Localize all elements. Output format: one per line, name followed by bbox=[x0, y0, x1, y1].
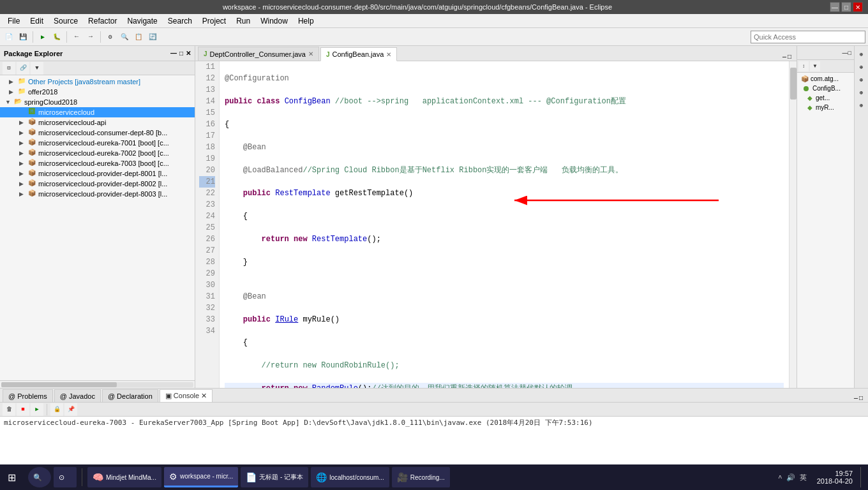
toolbar-new[interactable]: 📄 bbox=[3, 31, 15, 43]
quick-access-input[interactable] bbox=[751, 31, 865, 43]
toolbar-forward[interactable]: → bbox=[84, 31, 97, 43]
taskbar-mindjet[interactable]: 🧠 Mindjet MindMa... bbox=[87, 467, 161, 487]
outline-filter-btn[interactable]: ▼ bbox=[810, 61, 820, 71]
tree-arrow: ▶ bbox=[9, 78, 17, 85]
tab-maximize-btn[interactable]: □ bbox=[788, 54, 791, 61]
menu-item-search[interactable]: Search bbox=[163, 15, 197, 27]
taskbar-chrome[interactable]: 🌐 localhost/consum... bbox=[311, 467, 389, 487]
menu-item-navigate[interactable]: Navigate bbox=[122, 15, 162, 27]
menu-item-source[interactable]: Source bbox=[49, 15, 83, 27]
toolbar-btn1[interactable]: ⚙ bbox=[104, 31, 117, 43]
taskbar-search-btn[interactable]: 🔍 bbox=[28, 467, 51, 487]
editor-vscroll[interactable] bbox=[789, 61, 797, 388]
java-file-icon-active: J bbox=[326, 51, 330, 58]
console-rerun-btn[interactable]: ▶ bbox=[31, 403, 43, 416]
tab-minimize-btn[interactable]: — bbox=[782, 54, 786, 61]
menu-item-help[interactable]: Help bbox=[293, 15, 319, 27]
menu-item-refactor[interactable]: Refactor bbox=[83, 15, 122, 27]
tree-label: springCloud2018 bbox=[24, 98, 77, 106]
console-pin[interactable]: 📌 bbox=[64, 403, 77, 416]
code-lines[interactable]: @Configuration public class ConfigBean /… bbox=[220, 61, 789, 388]
outline-minimize[interactable]: — bbox=[842, 50, 848, 56]
pe-scrollbar[interactable] bbox=[0, 380, 195, 388]
toolbar-save[interactable]: 💾 bbox=[17, 31, 29, 43]
outline-toolbar: ↕ ▼ bbox=[797, 60, 854, 73]
tree-item-eureka-7001[interactable]: ▶ 📦 microservicecloud-eureka-7001 [boot]… bbox=[0, 138, 195, 148]
tree-item-eureka-7003[interactable]: ▶ 📦 microservicecloud-eureka-7003 [boot]… bbox=[0, 158, 195, 168]
tree-item-consumer-80[interactable]: ▶ 📦 microservicecloud-consumer-dept-80 [… bbox=[0, 128, 195, 138]
menu-item-project[interactable]: Project bbox=[197, 15, 231, 27]
tree-item-provider-8001[interactable]: ▶ 📦 microservicecloud-provider-dept-8001… bbox=[0, 168, 195, 179]
menu-item-edit[interactable]: Edit bbox=[25, 15, 49, 27]
tray-icons[interactable]: ^ 🔊 英 bbox=[778, 473, 807, 482]
taskbar-clock[interactable]: 19:57 2018-04-20 bbox=[812, 470, 858, 485]
tree-item-api[interactable]: ▶ 📦 microservicecloud-api bbox=[0, 117, 195, 128]
tab-javadoc[interactable]: @ Javadoc bbox=[54, 389, 101, 402]
menu-item-file[interactable]: File bbox=[3, 15, 25, 27]
console-maximize[interactable]: □ bbox=[859, 395, 863, 402]
outline-item-method-myrule[interactable]: ◆ myR... bbox=[797, 103, 854, 112]
code-line-16: public RestTemplate getRestTemplate() bbox=[225, 188, 784, 199]
tree-item-microservicecloud[interactable]: 🅼 microservicecloud bbox=[0, 107, 195, 117]
right-btn3[interactable]: ⊕ bbox=[856, 74, 867, 85]
show-desktop-btn[interactable] bbox=[860, 467, 865, 487]
right-btn2[interactable]: ⊕ bbox=[856, 61, 867, 73]
toolbar-btn3[interactable]: 📋 bbox=[132, 31, 145, 43]
right-btn1[interactable]: ⊕ bbox=[856, 48, 867, 60]
menu-item-run[interactable]: Run bbox=[231, 15, 255, 27]
tree-item-offer2018[interactable]: ▶ 📁 offer2018 bbox=[0, 87, 195, 97]
menu-bar: File Edit Source Refactor Navigate Searc… bbox=[0, 14, 868, 28]
taskbar-notepad[interactable]: 📄 无标题 - 记事本 bbox=[241, 467, 308, 487]
maximize-button[interactable]: □ bbox=[841, 2, 851, 12]
tree-item-springcloud2018[interactable]: ▼ 📂 springCloud2018 bbox=[0, 97, 195, 107]
package-icon: 📦 bbox=[801, 75, 809, 82]
right-btn4[interactable]: ⊕ bbox=[856, 87, 867, 98]
right-btn5[interactable]: ⊕ bbox=[856, 100, 867, 111]
menu-item-window[interactable]: Window bbox=[255, 15, 293, 27]
toolbar-run[interactable]: ▶ bbox=[36, 31, 49, 43]
code-editor[interactable]: 1112131415 1617181920 21222324 252627282… bbox=[195, 61, 797, 388]
tab-console[interactable]: ▣ Console ✕ bbox=[160, 389, 213, 402]
outline-maximize[interactable]: □ bbox=[848, 50, 851, 56]
toolbar-btn4[interactable]: 🔄 bbox=[146, 31, 159, 43]
taskbar-cortana[interactable]: ⊙ bbox=[54, 467, 77, 487]
tree-label: microservicecloud-api bbox=[38, 119, 106, 126]
minimize-button[interactable]: — bbox=[830, 2, 840, 12]
clock-date: 2018-04-20 bbox=[817, 477, 853, 485]
tab-close-dept[interactable]: ✕ bbox=[308, 50, 313, 57]
outline-item-class[interactable]: ConfigB... bbox=[797, 84, 854, 93]
eclipse-icon: ⚙ bbox=[169, 471, 177, 482]
taskbar-eclipse[interactable]: ⚙ workspace - micr... bbox=[164, 467, 238, 487]
tab-dept-controller[interactable]: J DeptController_Consumer.java ✕ bbox=[198, 47, 319, 61]
tab-problems[interactable]: @ Problems bbox=[3, 389, 53, 402]
pe-maximize-btn[interactable]: □ bbox=[179, 50, 183, 57]
tree-item-provider-8003[interactable]: ▶ 📦 microservicecloud-provider-dept-8003… bbox=[0, 189, 195, 199]
tree-item-eureka-7002[interactable]: ▶ 📦 microservicecloud-eureka-7002 [boot]… bbox=[0, 148, 195, 158]
outline-header: — □ bbox=[797, 46, 854, 60]
tree-item-other-projects[interactable]: ▶ 📁 Other Projects [java8stream master] bbox=[0, 77, 195, 87]
tab-configbean[interactable]: J ConfigBean.java ✕ bbox=[320, 47, 397, 61]
taskbar-recording[interactable]: 🎥 Recording... bbox=[392, 467, 450, 487]
console-stop-btn[interactable]: ■ bbox=[17, 403, 29, 416]
tab-declaration[interactable]: @ Declaration bbox=[102, 389, 158, 402]
toolbar-debug[interactable]: 🐛 bbox=[50, 31, 63, 43]
console-content[interactable]: microservicecloud-eureka-7003 - EurekaSe… bbox=[0, 417, 868, 464]
tree-item-provider-8002[interactable]: ▶ 📦 microservicecloud-provider-dept-8002… bbox=[0, 179, 195, 189]
console-clear-btn[interactable]: 🗑 bbox=[3, 403, 15, 416]
outline-item-method-get[interactable]: ◆ get... bbox=[797, 93, 854, 103]
start-button[interactable]: ⊞ bbox=[3, 467, 26, 487]
console-scroll-lock[interactable]: 🔒 bbox=[50, 403, 63, 416]
outline-sort-btn[interactable]: ↕ bbox=[798, 61, 809, 71]
pe-link-btn[interactable]: 🔗 bbox=[17, 62, 29, 75]
outline-item-package[interactable]: 📦 com.atg... bbox=[797, 74, 854, 84]
toolbar-back[interactable]: ← bbox=[70, 31, 83, 43]
folder-icon: 📂 bbox=[13, 98, 23, 107]
pe-menu-btn[interactable]: ▼ bbox=[31, 62, 43, 75]
console-minimize[interactable]: — bbox=[854, 395, 858, 402]
tab-close-configbean[interactable]: ✕ bbox=[386, 51, 391, 58]
pe-collapse-btn[interactable]: ⊟ bbox=[3, 62, 15, 75]
toolbar-btn2[interactable]: 🔍 bbox=[118, 31, 131, 43]
pe-close-btn[interactable]: ✕ bbox=[186, 50, 191, 57]
close-button[interactable]: ✕ bbox=[853, 2, 863, 12]
pe-minimize-btn[interactable]: — bbox=[170, 50, 177, 57]
